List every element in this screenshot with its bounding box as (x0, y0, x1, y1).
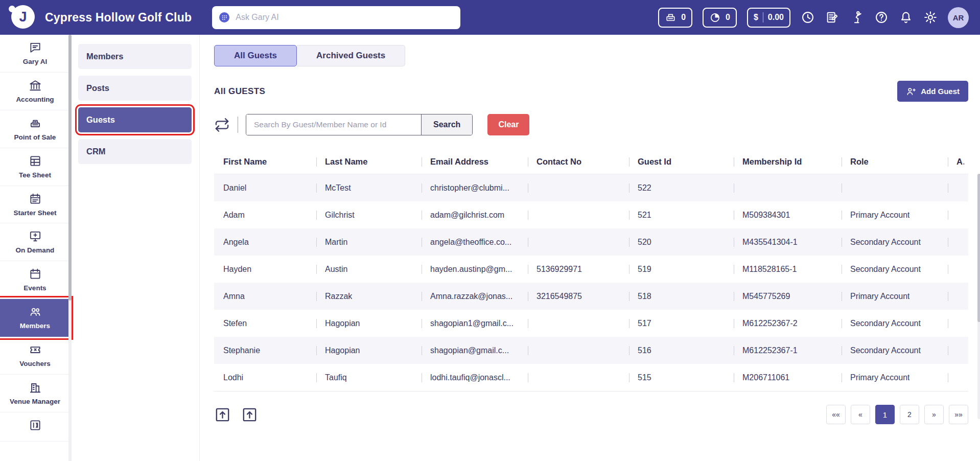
pagination-first[interactable]: «« (826, 405, 846, 424)
cell-role: Secondary Account (842, 337, 948, 364)
add-guest-button[interactable]: Add Guest (897, 81, 968, 102)
column-divider (948, 292, 948, 301)
column-divider (528, 183, 528, 193)
help-icon[interactable] (874, 10, 889, 25)
cell-action: ⋮ (948, 283, 968, 310)
cell-first-name: Hayden (214, 256, 316, 283)
sidebar-item-events[interactable]: Events (0, 261, 70, 299)
cell-membership-id: M509384301 (734, 201, 842, 228)
column-divider (948, 346, 948, 355)
column-divider (734, 211, 734, 220)
pagination-prev[interactable]: « (851, 405, 870, 424)
sidebar-item-accounting[interactable]: Accounting (0, 73, 70, 110)
column-divider (842, 238, 842, 247)
cell-role: Secondary Account (842, 256, 948, 283)
table-row[interactable]: Daniel McTest christopher@clubmi... 522 … (214, 174, 968, 201)
export-icon[interactable] (241, 406, 258, 423)
col-first-name[interactable]: First Name (214, 150, 316, 174)
pagination-last[interactable]: »» (949, 405, 968, 424)
sidebar-item-members[interactable]: Members (0, 299, 70, 337)
register-count-badge[interactable]: 0 (658, 8, 692, 28)
sidebar-item-starter-sheet[interactable]: Starter Sheet (0, 186, 70, 224)
balance-badge[interactable]: $ 0.00 (747, 8, 790, 28)
bell-icon[interactable] (899, 10, 913, 25)
cell-guest-id: 520 (629, 228, 734, 256)
content-scrollbar-thumb[interactable] (977, 174, 980, 322)
content-scrollbar[interactable] (977, 174, 980, 419)
table-row[interactable]: Lodhi Taufiq lodhi.taufiq@jonascl... 515… (214, 364, 968, 391)
ask-gary-ai-search[interactable] (212, 6, 460, 29)
column-divider (528, 238, 528, 247)
cell-membership-id: M435541304-1 (734, 228, 842, 256)
feed-icon[interactable] (825, 10, 839, 25)
table-row[interactable]: Stefen Hagopian shagopian1@gmail.c... 51… (214, 310, 968, 337)
column-divider (629, 157, 629, 167)
clear-button-label: Clear (498, 120, 519, 129)
app-logo[interactable]: J (11, 5, 36, 30)
cell-last-name: Austin (316, 256, 422, 283)
golf-swing-icon[interactable] (850, 10, 864, 25)
cell-membership-id: M612252367-2 (734, 310, 842, 337)
members-icon (29, 305, 42, 318)
search-button[interactable]: Search (421, 114, 472, 135)
sidebar-item-vouchers[interactable]: Vouchers (0, 337, 70, 375)
col-guest-id[interactable]: Guest Id (629, 150, 734, 174)
clock-icon[interactable] (801, 10, 815, 25)
submenu-item-guests[interactable]: Guests (78, 107, 192, 132)
ask-gary-ai-input[interactable] (236, 13, 454, 22)
sidebar-item-venue-manager[interactable]: Venue Manager (0, 375, 70, 412)
register-icon (665, 12, 676, 24)
col-membership-id[interactable]: Membership Id (734, 150, 842, 174)
submenu-item-members[interactable]: Members (78, 44, 192, 69)
settings-gear-icon[interactable] (923, 10, 938, 25)
column-divider (842, 346, 842, 355)
starter-sheet-icon (29, 192, 42, 205)
cell-last-name: Taufiq (316, 364, 422, 391)
user-avatar[interactable]: AR (948, 7, 969, 28)
sidebar-item-label: Events (24, 284, 46, 293)
cell-membership-id: M118528165-1 (734, 256, 842, 283)
guest-search-input[interactable] (246, 114, 421, 135)
column-divider (842, 211, 842, 220)
col-contact[interactable]: Contact No (528, 150, 629, 174)
table-row[interactable]: Amna Razzak Amna.razzak@jonas... 3216549… (214, 283, 968, 310)
cell-email: christopher@clubmi... (422, 174, 528, 201)
cell-email: hayden.austinp@gm... (422, 256, 528, 283)
column-divider (948, 211, 948, 220)
pagination-page-2[interactable]: 2 (900, 405, 919, 424)
submenu-item-crm[interactable]: CRM (78, 139, 192, 164)
sidebar-item-on-demand[interactable]: On Demand (0, 223, 70, 261)
submenu-item-posts[interactable]: Posts (78, 76, 192, 101)
column-divider (316, 319, 317, 328)
tab-all-guests[interactable]: All Guests (214, 45, 297, 66)
table-row[interactable]: Angela Martin angela@theoffice.co... 520… (214, 228, 968, 256)
cell-email: Amna.razzak@jonas... (422, 283, 528, 310)
sidebar-item-label: Starter Sheet (13, 209, 56, 218)
usage-count-badge[interactable]: 0 (703, 8, 737, 28)
dining-icon (29, 419, 42, 432)
sidebar-item-point-of-sale[interactable]: Point of Sale (0, 110, 70, 148)
col-email[interactable]: Email Address (422, 150, 528, 174)
cell-first-name: Stefen (214, 310, 316, 337)
table-row[interactable]: Adam Gilchrist adam@gilchrist.com 521 M5… (214, 201, 968, 228)
col-role[interactable]: Role (842, 150, 948, 174)
tab-archived-guests[interactable]: Archived Guests (297, 45, 405, 66)
col-last-name[interactable]: Last Name (316, 150, 422, 174)
pagination-next[interactable]: » (924, 405, 944, 424)
table-row[interactable]: Stephanie Hagopian shagopian@gmail.c... … (214, 337, 968, 364)
pagination-page-1[interactable]: 1 (875, 405, 895, 424)
cell-last-name: Martin (316, 228, 422, 256)
column-divider (316, 157, 317, 167)
transfer-repeat-icon[interactable] (214, 117, 230, 133)
clear-button[interactable]: Clear (487, 114, 529, 135)
sidebar-scrollbar-thumb[interactable] (68, 35, 72, 301)
export-icon[interactable] (214, 406, 231, 423)
sidebar-scrollbar[interactable] (68, 35, 72, 461)
guest-search-row: Search Clear (214, 114, 968, 135)
cell-guest-id: 516 (629, 337, 734, 364)
sidebar-item-tee-sheet[interactable]: Tee Sheet (0, 148, 70, 186)
sidebar-item-dining[interactable] (0, 412, 70, 442)
column-divider (629, 183, 629, 193)
sidebar-item-gary-ai[interactable]: Gary AI (0, 35, 70, 73)
table-row[interactable]: Hayden Austin hayden.austinp@gm... 51369… (214, 256, 968, 283)
